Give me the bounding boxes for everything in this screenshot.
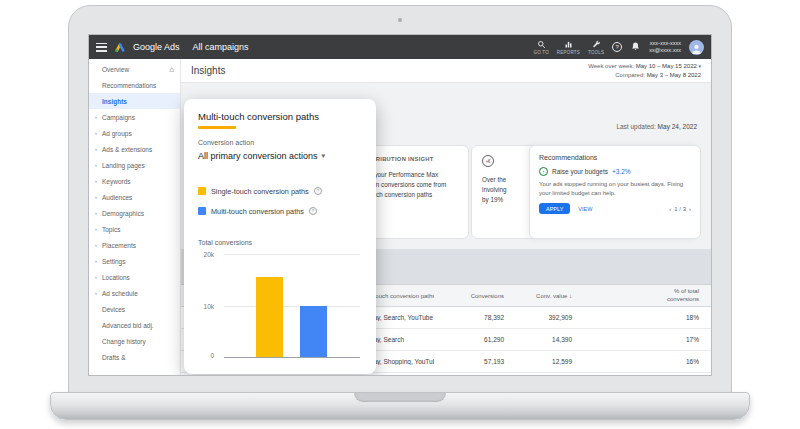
sidebar-item-change-history[interactable]: Change history bbox=[89, 333, 180, 349]
apply-button[interactable]: APPLY bbox=[539, 203, 570, 214]
recommendation-delta: +3.2% bbox=[612, 168, 631, 175]
legend-item-single-touch: Single-touch conversion paths ? bbox=[198, 181, 362, 201]
pager-count: 1 / 3 bbox=[674, 206, 686, 212]
sidebar-item-landing-pages[interactable]: › Landing pages bbox=[89, 157, 180, 173]
sidebar-item-settings[interactable]: › Settings bbox=[89, 253, 180, 269]
recommendations-card: Recommendations ↑ Raise your budgets +3.… bbox=[529, 145, 701, 239]
chevron-right-icon: › bbox=[95, 290, 102, 296]
tools-button[interactable]: TOOLS bbox=[588, 40, 604, 55]
chevron-right-icon: › bbox=[95, 178, 102, 184]
sidebar-item-ad-groups[interactable]: › Ad groups bbox=[89, 125, 180, 141]
single-touch-swatch bbox=[198, 187, 206, 195]
recommendation-item-title[interactable]: Raise your budgets bbox=[552, 168, 608, 175]
laptop-base bbox=[50, 392, 750, 420]
chevron-right-icon: › bbox=[95, 226, 102, 232]
product-name: Google Ads bbox=[133, 42, 180, 52]
laptop-mockup: Google Ads All campaigns GO TO bbox=[0, 0, 800, 429]
recommendations-title: Recommendations bbox=[539, 154, 691, 161]
multi-touch-swatch bbox=[198, 207, 206, 215]
column-pct-total[interactable]: % of total conversions bbox=[572, 288, 711, 303]
y-tick: 0 bbox=[198, 352, 214, 359]
home-icon: ⌂ bbox=[169, 65, 174, 74]
sidebar-item-audiences[interactable]: › Audiences bbox=[89, 189, 180, 205]
search-button[interactable]: GO TO bbox=[534, 40, 549, 55]
menu-icon[interactable] bbox=[96, 43, 107, 52]
sidebar-item-advanced-bid-adj[interactable]: Advanced bid adj. bbox=[89, 317, 180, 333]
chart-plot-area bbox=[224, 254, 360, 358]
caret-down-icon: ▾ bbox=[698, 63, 701, 69]
active-tab-indicator bbox=[198, 126, 236, 129]
sidebar: Overview ⌂ Recommendations Insights › Ca… bbox=[89, 59, 181, 375]
account-email: xx@xxxx.xxx bbox=[649, 47, 681, 54]
google-ads-logo-icon bbox=[114, 41, 126, 53]
campaign-context[interactable]: All campaigns bbox=[193, 42, 249, 52]
chevron-right-icon: › bbox=[95, 242, 102, 248]
column-conversions[interactable]: Conversions bbox=[434, 293, 504, 299]
sidebar-item-devices[interactable]: Devices bbox=[89, 301, 180, 317]
laptop-screen-bezel: Google Ads All campaigns GO TO bbox=[68, 5, 732, 393]
multi-touch-bar bbox=[300, 306, 327, 358]
sidebar-item-placements[interactable]: › Placements bbox=[89, 237, 180, 253]
avatar[interactable] bbox=[689, 40, 704, 55]
caret-down-icon: ▾ bbox=[322, 152, 326, 160]
page-titlebar: Insights Week over week: May 10 – May 15… bbox=[181, 59, 711, 83]
multi-touch-conversion-panel: Multi-touch conversion paths Conversion … bbox=[184, 99, 376, 374]
chart-legend: Single-touch conversion paths ? Multi-to… bbox=[198, 181, 362, 221]
sidebar-item-ad-schedule[interactable]: › Ad schedule bbox=[89, 285, 180, 301]
account-info: xxx-xxx-xxxx xx@xxxx.xxx bbox=[649, 40, 681, 54]
sidebar-item-drafts[interactable]: Drafts & bbox=[89, 349, 180, 365]
laptop-base-notch bbox=[354, 393, 446, 402]
sidebar-item-keywords[interactable]: › Keywords bbox=[89, 173, 180, 189]
reports-icon bbox=[564, 40, 573, 49]
sidebar-item-locations[interactable]: › Locations bbox=[89, 269, 180, 285]
next-icon[interactable]: › bbox=[689, 206, 691, 212]
chevron-right-icon: › bbox=[95, 130, 102, 136]
conversion-action-label: Conversion action bbox=[198, 139, 362, 146]
chevron-right-icon: › bbox=[95, 210, 102, 216]
single-touch-bar bbox=[256, 277, 283, 357]
account-id: xxx-xxx-xxxx bbox=[649, 40, 681, 47]
recommendation-body: Your ads stopped running on your busiest… bbox=[539, 180, 691, 197]
google-ads-app: Google Ads All campaigns GO TO bbox=[88, 34, 712, 376]
y-tick: 20k bbox=[198, 251, 214, 258]
page-title: Insights bbox=[191, 65, 225, 76]
legend-item-multi-touch: Multi-touch conversion paths ? bbox=[198, 201, 362, 221]
tools-icon bbox=[592, 40, 601, 49]
last-updated: Last updated: May 24, 2022 bbox=[616, 123, 697, 130]
laptop-camera bbox=[398, 18, 402, 22]
chevron-right-icon: › bbox=[95, 146, 102, 152]
help-icon[interactable]: ? bbox=[314, 187, 322, 195]
help-icon[interactable]: ? bbox=[612, 42, 622, 52]
help-icon[interactable]: ? bbox=[309, 207, 317, 215]
panel-title: Multi-touch conversion paths bbox=[198, 111, 362, 122]
y-tick: 10k bbox=[198, 303, 214, 310]
budget-icon: ↑ bbox=[539, 167, 548, 176]
column-conv-value[interactable]: Conv. value ↓ bbox=[504, 293, 572, 299]
recommendations-pager: ‹ 1 / 3 › bbox=[669, 206, 691, 212]
chevron-right-icon: › bbox=[95, 274, 102, 280]
sidebar-item-campaigns[interactable]: › Campaigns bbox=[89, 109, 180, 125]
chart-title: Total conversions bbox=[198, 239, 362, 246]
person-icon bbox=[690, 42, 703, 55]
header-toolbar: GO TO REPORTS TOOLS bbox=[534, 38, 704, 56]
sidebar-item-insights[interactable]: Insights bbox=[89, 93, 180, 109]
chevron-right-icon: › bbox=[95, 258, 102, 264]
chevron-right-icon: › bbox=[95, 162, 102, 168]
conversion-action-dropdown[interactable]: All primary conversion actions ▾ bbox=[198, 151, 362, 161]
currency-plus-icon: +€ bbox=[482, 155, 494, 167]
app-header: Google Ads All campaigns GO TO bbox=[89, 35, 711, 59]
sidebar-item-ads-extensions[interactable]: › Ads & extensions bbox=[89, 141, 180, 157]
prev-icon[interactable]: ‹ bbox=[669, 206, 671, 212]
chevron-right-icon: › bbox=[95, 194, 102, 200]
reports-button[interactable]: REPORTS bbox=[557, 40, 580, 55]
view-button[interactable]: VIEW bbox=[578, 206, 592, 212]
sidebar-item-topics[interactable]: › Topics bbox=[89, 221, 180, 237]
date-range-selector[interactable]: Week over week: May 10 – May 15 2022 ▾ C… bbox=[588, 62, 701, 80]
chevron-right-icon: › bbox=[95, 114, 102, 120]
conversions-bar-chart: 20k 10k 0 bbox=[198, 254, 362, 358]
notifications-bell-icon[interactable] bbox=[630, 38, 641, 56]
sidebar-item-overview[interactable]: Overview ⌂ bbox=[89, 61, 180, 77]
sidebar-item-demographics[interactable]: › Demographics bbox=[89, 205, 180, 221]
sidebar-item-recommendations[interactable]: Recommendations bbox=[89, 77, 180, 93]
search-icon bbox=[537, 40, 546, 49]
